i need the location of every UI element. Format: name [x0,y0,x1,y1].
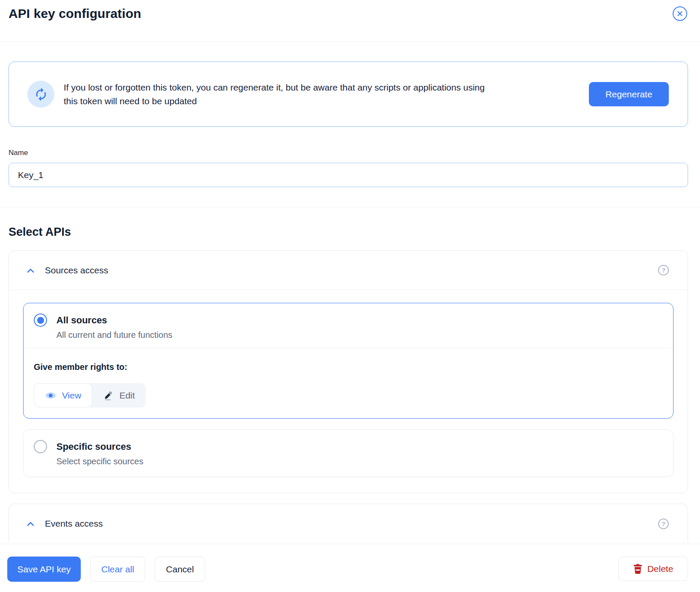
sources-help-icon[interactable]: ? [658,265,669,275]
clear-all-button[interactable]: Clear all [90,557,145,582]
specific-sources-title: Specific sources [56,440,143,452]
all-sources-subtitle: All current and future functions [56,330,172,340]
all-sources-title: All sources [56,314,172,326]
cancel-button[interactable]: Cancel [155,557,205,582]
banner-message: If you lost or forgotten this token, you… [64,81,491,108]
rights-toggle: View Edit [34,383,146,407]
all-sources-option[interactable]: All sources All current and future funct… [23,303,674,419]
edit-segment[interactable]: Edit [92,383,146,407]
sources-panel-header: Sources access ? [9,251,688,290]
dialog-header: API key configuration [0,0,700,42]
trash-icon [633,564,642,574]
refresh-icon [34,87,48,102]
section-divider [0,207,700,207]
specific-sources-subtitle: Select specific sources [56,457,143,466]
events-collapse-button[interactable] [26,520,35,528]
edit-label: Edit [119,390,135,401]
member-rights-section: Give member rights to: View [24,348,673,418]
specific-sources-radio[interactable] [34,440,47,453]
delete-button[interactable]: Delete [618,557,688,581]
sources-panel-title: Sources access [45,265,108,275]
all-sources-option-head[interactable]: All sources All current and future funct… [24,303,673,348]
pencil-icon [103,390,114,401]
eye-icon [45,391,56,400]
view-segment[interactable]: View [34,383,92,407]
sources-panel-body: All sources All current and future funct… [9,290,688,493]
events-panel-header: Events access ? [9,504,688,542]
delete-label: Delete [647,564,674,574]
sources-collapse-button[interactable] [26,267,35,274]
save-api-key-button[interactable]: Save API key [7,557,81,582]
sources-access-panel: Sources access ? All sources All current… [9,250,688,493]
select-apis-heading: Select APIs [9,226,688,239]
close-icon [676,10,683,17]
specific-sources-texts: Specific sources Select specific sources [56,440,143,466]
regenerate-button[interactable]: Regenerate [589,82,669,106]
specific-sources-option[interactable]: Specific sources Select specific sources [23,429,674,477]
view-label: View [62,390,81,401]
chevron-up-icon [26,267,35,274]
member-rights-label: Give member rights to: [34,362,663,372]
dialog-footer: Save API key Clear all Cancel Delete [0,544,700,592]
all-sources-texts: All sources All current and future funct… [56,314,172,340]
name-input[interactable] [9,163,688,187]
events-help-icon[interactable]: ? [658,519,669,529]
specific-sources-option-head[interactable]: Specific sources Select specific sources [24,430,673,477]
events-access-panel: Events access ? [9,504,688,542]
refresh-icon-circle [27,81,54,108]
all-sources-radio[interactable] [34,314,47,327]
events-panel-title: Events access [45,519,103,529]
chevron-up-icon [26,520,35,528]
radio-dot [37,317,44,324]
regenerate-banner: If you lost or forgotten this token, you… [9,62,688,127]
page-title: API key configuration [9,6,141,21]
close-button[interactable] [673,6,687,21]
name-label: Name [9,149,688,157]
page-root: API key configuration If you lost or for… [0,0,700,542]
